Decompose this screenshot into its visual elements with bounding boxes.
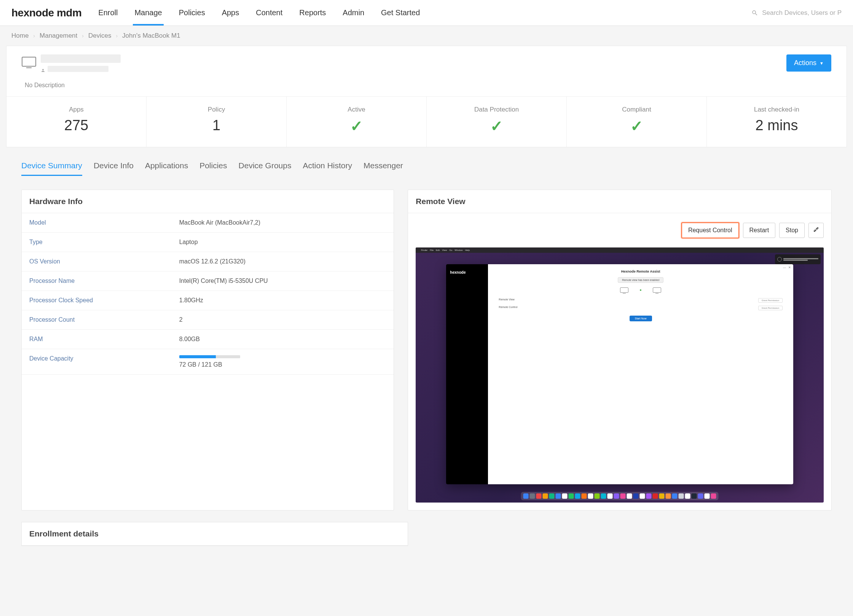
stat-label: Last checked-in	[711, 106, 843, 113]
remote-notification	[775, 254, 821, 264]
nav-content[interactable]: Content	[254, 1, 284, 25]
crumb-management[interactable]: Management	[40, 32, 77, 40]
device-type-icon	[22, 57, 36, 67]
dock-app-icon	[685, 493, 690, 499]
chevron-right-icon: ›	[33, 33, 35, 39]
dock-app-icon	[711, 493, 716, 499]
device-header-card: Actions ▼ No Description Apps 275 Policy…	[6, 46, 847, 147]
crumb-devices[interactable]: Devices	[88, 32, 111, 40]
nav-get-started[interactable]: Get Started	[379, 1, 421, 25]
hw-label: Processor Name	[29, 278, 179, 284]
laptop-icon	[653, 287, 661, 293]
hw-row: OS VersionmacOS 12.6.2 (21G320)	[22, 252, 394, 271]
dock-app-icon	[659, 493, 665, 499]
stat-value: 275	[10, 117, 142, 134]
request-control-button[interactable]: Request Control	[681, 222, 739, 238]
restart-button[interactable]: Restart	[743, 223, 776, 238]
remote-app-logo: hexnode	[450, 270, 484, 274]
device-tabs: Device Summary Device Info Applications …	[6, 147, 847, 176]
dock-app-icon	[601, 493, 606, 499]
remote-status-row: Remote ControlGrant Permission	[499, 306, 783, 310]
top-navigation: hexnode mdm Enroll Manage Policies Apps …	[0, 0, 853, 26]
stat-label: Data Protection	[430, 106, 563, 113]
stat-active: Active ✓	[287, 97, 427, 147]
hw-row: Processor NameIntel(R) Core(TM) i5-5350U…	[22, 271, 394, 291]
panel-title: Hardware Info	[22, 190, 394, 213]
dock-app-icon	[672, 493, 678, 499]
dock-app-icon	[692, 493, 697, 499]
no-description-text: No Description	[6, 82, 847, 96]
capacity-text: 72 GB / 121 GB	[179, 361, 222, 368]
check-icon: ✓	[290, 117, 423, 135]
check-icon: ✓	[430, 117, 563, 135]
nav-policies[interactable]: Policies	[177, 1, 207, 25]
search-placeholder: Search Devices, Users or P	[762, 9, 842, 17]
hw-label: Model	[29, 219, 179, 226]
remote-status-row: Remote ViewGrant Permission	[499, 298, 783, 303]
hw-label: Type	[29, 239, 179, 246]
nav-apps[interactable]: Apps	[220, 1, 241, 25]
main-nav: Enroll Manage Policies Apps Content Repo…	[97, 1, 751, 25]
tab-device-summary[interactable]: Device Summary	[21, 161, 82, 176]
hw-value: macOS 12.6.2 (21G320)	[179, 258, 386, 265]
dock-app-icon	[640, 493, 645, 499]
remote-view-panel: Remote View Request Control Restart Stop…	[408, 190, 832, 511]
tab-device-groups[interactable]: Device Groups	[239, 161, 292, 176]
remote-start-button: Start Now	[630, 316, 652, 321]
stat-last-checked: Last checked-in 2 mins	[707, 97, 847, 147]
remote-dock	[521, 492, 719, 500]
nav-enroll[interactable]: Enroll	[97, 1, 119, 25]
nav-admin[interactable]: Admin	[341, 1, 366, 25]
dock-app-icon	[523, 493, 529, 499]
global-search[interactable]: Search Devices, Users or P	[751, 9, 842, 17]
tab-messenger[interactable]: Messenger	[364, 161, 403, 176]
actions-label: Actions	[794, 59, 816, 67]
breadcrumb: Home › Management › Devices › John's Mac…	[0, 26, 853, 46]
actions-dropdown-button[interactable]: Actions ▼	[786, 54, 831, 72]
remote-menubar: FinderFileEditViewGoWindowHelp	[416, 247, 824, 253]
dock-app-icon	[536, 493, 542, 499]
search-icon	[751, 10, 758, 16]
hw-value: MacBook Air (MacBookAir7,2)	[179, 219, 386, 226]
hardware-info-panel: Hardware Info ModelMacBook Air (MacBookA…	[21, 190, 394, 511]
fullscreen-button[interactable]	[808, 223, 824, 238]
chevron-right-icon: ›	[82, 33, 84, 39]
tab-policies[interactable]: Policies	[199, 161, 227, 176]
hw-row-capacity: Device Capacity 72 GB / 121 GB	[22, 349, 394, 375]
enrollment-details-panel: Enrollment details	[21, 522, 408, 546]
stat-data-protection: Data Protection ✓	[427, 97, 567, 147]
dock-app-icon	[653, 493, 658, 499]
dock-app-icon	[679, 493, 684, 499]
stat-label: Apps	[10, 106, 142, 113]
remote-app-window: hexnode —✕ Hexnode Remote Assist Remote …	[446, 264, 793, 484]
user-icon	[41, 68, 45, 73]
nav-manage[interactable]: Manage	[133, 1, 163, 25]
check-icon: ✓	[571, 117, 703, 135]
stat-compliant: Compliant ✓	[567, 97, 707, 147]
dock-app-icon	[595, 493, 600, 499]
stop-button[interactable]: Stop	[779, 223, 805, 238]
nav-reports[interactable]: Reports	[298, 1, 327, 25]
hw-value: 2	[179, 316, 386, 323]
dock-app-icon	[588, 493, 593, 499]
dock-app-icon	[614, 493, 619, 499]
hw-label: Processor Count	[29, 316, 179, 323]
stat-policy: Policy 1	[147, 97, 287, 147]
tab-device-info[interactable]: Device Info	[94, 161, 134, 176]
crumb-home[interactable]: Home	[11, 32, 29, 40]
device-name-redacted	[41, 54, 121, 63]
hw-row: ModelMacBook Air (MacBookAir7,2)	[22, 213, 394, 233]
dock-app-icon	[646, 493, 652, 499]
hw-value: Laptop	[179, 239, 386, 246]
remote-screen-preview[interactable]: FinderFileEditViewGoWindowHelp hexnode —…	[416, 247, 824, 503]
remote-status-pill: Remote view has been enabled	[618, 277, 663, 283]
dock-app-icon	[620, 493, 626, 499]
tab-action-history[interactable]: Action History	[303, 161, 352, 176]
hw-value: 1.80GHz	[179, 297, 386, 304]
remote-app-main: —✕ Hexnode Remote Assist Remote view has…	[488, 264, 793, 484]
hw-label: RAM	[29, 336, 179, 343]
tab-applications[interactable]: Applications	[145, 161, 188, 176]
capacity-progress-bar	[179, 355, 240, 358]
dock-app-icon	[562, 493, 568, 499]
user-name-redacted	[48, 66, 108, 72]
